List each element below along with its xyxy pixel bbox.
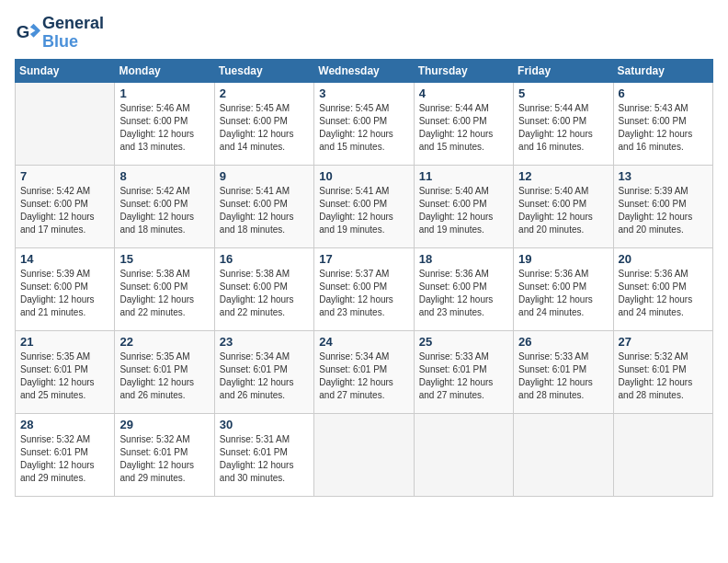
day-cell: 4Sunrise: 5:44 AMSunset: 6:00 PMDaylight… bbox=[414, 82, 513, 165]
day-number: 26 bbox=[518, 335, 608, 349]
day-cell: 8Sunrise: 5:42 AMSunset: 6:00 PMDaylight… bbox=[115, 165, 214, 247]
day-info: Sunrise: 5:32 AMSunset: 6:01 PMDaylight:… bbox=[619, 350, 708, 402]
day-cell: 1Sunrise: 5:46 AMSunset: 6:00 PMDaylight… bbox=[115, 82, 214, 165]
day-number: 8 bbox=[119, 169, 209, 183]
day-number: 3 bbox=[319, 86, 408, 100]
day-info: Sunrise: 5:34 AMSunset: 6:01 PMDaylight:… bbox=[220, 350, 309, 402]
day-cell: 29Sunrise: 5:32 AMSunset: 6:01 PMDayligh… bbox=[115, 413, 214, 496]
day-number: 14 bbox=[20, 252, 109, 266]
day-cell: 17Sunrise: 5:37 AMSunset: 6:00 PMDayligh… bbox=[314, 247, 414, 330]
day-number: 5 bbox=[518, 86, 608, 100]
day-number: 2 bbox=[220, 86, 309, 100]
day-cell: 25Sunrise: 5:33 AMSunset: 6:01 PMDayligh… bbox=[414, 330, 513, 413]
day-cell: 20Sunrise: 5:36 AMSunset: 6:00 PMDayligh… bbox=[613, 247, 712, 330]
day-number: 18 bbox=[419, 252, 508, 266]
day-info: Sunrise: 5:36 AMSunset: 6:00 PMDaylight:… bbox=[619, 268, 708, 319]
day-info: Sunrise: 5:45 AMSunset: 6:00 PMDaylight:… bbox=[319, 102, 408, 154]
day-cell: 14Sunrise: 5:39 AMSunset: 6:00 PMDayligh… bbox=[16, 247, 115, 330]
day-number: 10 bbox=[319, 169, 408, 183]
day-info: Sunrise: 5:41 AMSunset: 6:00 PMDaylight:… bbox=[220, 185, 309, 236]
svg-marker-1 bbox=[30, 24, 40, 38]
day-number: 12 bbox=[518, 169, 608, 183]
day-info: Sunrise: 5:36 AMSunset: 6:00 PMDaylight:… bbox=[419, 268, 508, 319]
day-info: Sunrise: 5:36 AMSunset: 6:00 PMDaylight:… bbox=[518, 268, 608, 319]
calendar-header: SundayMondayTuesdayWednesdayThursdayFrid… bbox=[16, 59, 713, 82]
day-cell: 21Sunrise: 5:35 AMSunset: 6:01 PMDayligh… bbox=[16, 330, 115, 413]
day-info: Sunrise: 5:32 AMSunset: 6:01 PMDaylight:… bbox=[119, 433, 209, 485]
day-info: Sunrise: 5:37 AMSunset: 6:00 PMDaylight:… bbox=[319, 268, 408, 319]
day-number: 21 bbox=[20, 335, 109, 349]
day-cell: 18Sunrise: 5:36 AMSunset: 6:00 PMDayligh… bbox=[414, 247, 513, 330]
day-cell: 27Sunrise: 5:32 AMSunset: 6:01 PMDayligh… bbox=[613, 330, 712, 413]
column-header-saturday: Saturday bbox=[613, 59, 712, 82]
header-row: SundayMondayTuesdayWednesdayThursdayFrid… bbox=[16, 59, 713, 82]
day-cell: 7Sunrise: 5:42 AMSunset: 6:00 PMDaylight… bbox=[16, 165, 115, 247]
day-info: Sunrise: 5:38 AMSunset: 6:00 PMDaylight:… bbox=[220, 268, 309, 319]
day-info: Sunrise: 5:46 AMSunset: 6:00 PMDaylight:… bbox=[119, 102, 209, 154]
day-number: 20 bbox=[619, 252, 708, 266]
day-cell: 22Sunrise: 5:35 AMSunset: 6:01 PMDayligh… bbox=[115, 330, 214, 413]
day-cell: 5Sunrise: 5:44 AMSunset: 6:00 PMDaylight… bbox=[514, 82, 613, 165]
day-info: Sunrise: 5:33 AMSunset: 6:01 PMDaylight:… bbox=[518, 350, 608, 402]
day-cell: 2Sunrise: 5:45 AMSunset: 6:00 PMDaylight… bbox=[214, 82, 313, 165]
day-info: Sunrise: 5:31 AMSunset: 6:01 PMDaylight:… bbox=[220, 433, 309, 485]
day-info: Sunrise: 5:35 AMSunset: 6:01 PMDaylight:… bbox=[119, 350, 209, 402]
week-row-2: 7Sunrise: 5:42 AMSunset: 6:00 PMDaylight… bbox=[16, 165, 713, 247]
day-cell: 26Sunrise: 5:33 AMSunset: 6:01 PMDayligh… bbox=[514, 330, 613, 413]
day-cell: 24Sunrise: 5:34 AMSunset: 6:01 PMDayligh… bbox=[314, 330, 414, 413]
week-row-5: 28Sunrise: 5:32 AMSunset: 6:01 PMDayligh… bbox=[16, 413, 713, 496]
day-number: 22 bbox=[119, 335, 209, 349]
day-info: Sunrise: 5:34 AMSunset: 6:01 PMDaylight:… bbox=[319, 350, 408, 402]
day-cell: 30Sunrise: 5:31 AMSunset: 6:01 PMDayligh… bbox=[214, 413, 313, 496]
column-header-sunday: Sunday bbox=[16, 59, 115, 82]
day-cell bbox=[314, 413, 414, 496]
day-cell: 9Sunrise: 5:41 AMSunset: 6:00 PMDaylight… bbox=[214, 165, 313, 247]
column-header-wednesday: Wednesday bbox=[314, 59, 414, 82]
column-header-tuesday: Tuesday bbox=[214, 59, 313, 82]
day-info: Sunrise: 5:40 AMSunset: 6:00 PMDaylight:… bbox=[518, 185, 608, 236]
day-cell bbox=[16, 82, 115, 165]
page-header: G General Blue bbox=[15, 15, 713, 52]
day-number: 25 bbox=[419, 335, 508, 349]
day-cell bbox=[414, 413, 513, 496]
logo: G General Blue bbox=[15, 15, 104, 52]
column-header-monday: Monday bbox=[115, 59, 214, 82]
day-number: 24 bbox=[319, 335, 408, 349]
day-number: 13 bbox=[619, 169, 708, 183]
day-cell: 6Sunrise: 5:43 AMSunset: 6:00 PMDaylight… bbox=[613, 82, 712, 165]
day-number: 6 bbox=[619, 86, 708, 100]
week-row-1: 1Sunrise: 5:46 AMSunset: 6:00 PMDaylight… bbox=[16, 82, 713, 165]
day-number: 9 bbox=[220, 169, 309, 183]
day-info: Sunrise: 5:42 AMSunset: 6:00 PMDaylight:… bbox=[20, 185, 109, 236]
day-info: Sunrise: 5:32 AMSunset: 6:01 PMDaylight:… bbox=[20, 433, 109, 485]
day-number: 30 bbox=[220, 418, 309, 431]
day-number: 1 bbox=[119, 86, 209, 100]
day-number: 4 bbox=[419, 86, 508, 100]
day-cell: 11Sunrise: 5:40 AMSunset: 6:00 PMDayligh… bbox=[414, 165, 513, 247]
day-cell: 15Sunrise: 5:38 AMSunset: 6:00 PMDayligh… bbox=[115, 247, 214, 330]
day-cell bbox=[514, 413, 613, 496]
day-number: 29 bbox=[119, 418, 209, 431]
day-number: 19 bbox=[518, 252, 608, 266]
day-info: Sunrise: 5:33 AMSunset: 6:01 PMDaylight:… bbox=[419, 350, 508, 402]
day-info: Sunrise: 5:43 AMSunset: 6:00 PMDaylight:… bbox=[619, 102, 708, 154]
day-number: 27 bbox=[619, 335, 708, 349]
day-cell: 13Sunrise: 5:39 AMSunset: 6:00 PMDayligh… bbox=[613, 165, 712, 247]
day-cell bbox=[613, 413, 712, 496]
day-cell: 12Sunrise: 5:40 AMSunset: 6:00 PMDayligh… bbox=[514, 165, 613, 247]
day-cell: 10Sunrise: 5:41 AMSunset: 6:00 PMDayligh… bbox=[314, 165, 414, 247]
column-header-thursday: Thursday bbox=[414, 59, 513, 82]
day-info: Sunrise: 5:45 AMSunset: 6:00 PMDaylight:… bbox=[220, 102, 309, 154]
day-info: Sunrise: 5:42 AMSunset: 6:00 PMDaylight:… bbox=[119, 185, 209, 236]
day-number: 15 bbox=[119, 252, 209, 266]
day-number: 16 bbox=[220, 252, 309, 266]
day-cell: 23Sunrise: 5:34 AMSunset: 6:01 PMDayligh… bbox=[214, 330, 313, 413]
day-info: Sunrise: 5:39 AMSunset: 6:00 PMDaylight:… bbox=[619, 185, 708, 236]
day-info: Sunrise: 5:41 AMSunset: 6:00 PMDaylight:… bbox=[319, 185, 408, 236]
calendar-table: SundayMondayTuesdayWednesdayThursdayFrid… bbox=[15, 59, 713, 497]
logo-text: General Blue bbox=[42, 15, 104, 52]
column-header-friday: Friday bbox=[514, 59, 613, 82]
day-info: Sunrise: 5:35 AMSunset: 6:01 PMDaylight:… bbox=[20, 350, 109, 402]
week-row-3: 14Sunrise: 5:39 AMSunset: 6:00 PMDayligh… bbox=[16, 247, 713, 330]
svg-text:G: G bbox=[17, 21, 30, 40]
